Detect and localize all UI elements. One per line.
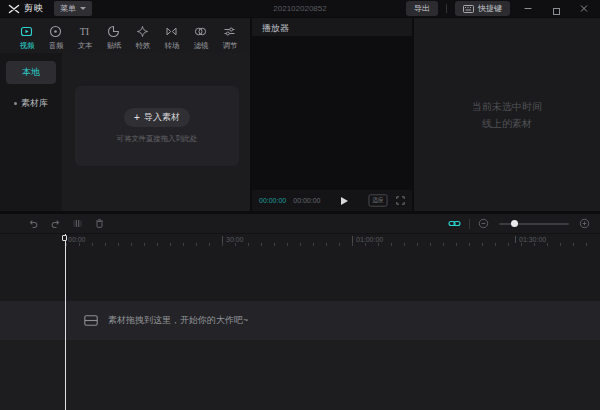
playhead[interactable] [65,234,66,410]
redo-button[interactable] [50,218,61,229]
media-sidebar: 本地 素材库 [0,53,62,211]
maximize-button[interactable] [546,3,566,15]
video-icon [20,25,33,38]
player-title: 播放器 [252,18,412,34]
link-toggle-button[interactable] [448,218,461,229]
shortcuts-button[interactable]: 快捷键 [455,1,510,16]
keyboard-icon [463,5,474,13]
zoom-out-icon [478,218,489,229]
minimize-icon [524,0,532,17]
tab-label: 滤镜 [193,40,208,50]
main-track-dropzone[interactable]: 素材拖拽到这里，开始你的大作吧~ [0,301,600,340]
undo-icon [28,218,39,229]
sidebar-item-local[interactable]: 本地 [6,61,56,84]
tab-audio[interactable]: 音频 [41,22,70,53]
export-button[interactable]: 导出 [406,1,438,16]
titlebar: 剪映 菜单 202102020852 导出 快捷键 [0,0,600,17]
ruler-ticks [66,243,596,246]
tab-filter[interactable]: 滤镜 [186,22,215,53]
ruler-label: 00:00 [68,236,86,243]
import-button-label: 导入素材 [144,111,180,124]
empty-message-line1: 当前未选中时间 [414,98,600,115]
player-panel: 播放器 00:00:00 00:00:00 适应 [252,18,412,211]
sidebar-item-library[interactable]: 素材库 [6,92,56,115]
media-panel: 视频 音频 TI 文本 贴纸 特效 [0,18,250,211]
chevron-down-icon [80,7,86,10]
track-hint-text: 素材拖拽到这里，开始你的大作吧~ [108,314,248,327]
tab-label: 调节 [222,40,237,50]
player-video-area [252,36,412,190]
audio-icon [49,25,62,38]
timeline-zoom-slider[interactable] [499,219,569,229]
app-logo: 剪映 [8,2,44,15]
empty-message-line2: 线上的素材 [414,115,600,132]
timeline-empty-area [0,248,600,301]
tab-label: 贴纸 [106,40,121,50]
delete-button[interactable] [94,218,105,229]
zoom-in-icon [579,218,590,229]
import-dropzone[interactable]: + 导入素材 可将文件直接拖入到此处 [75,86,239,166]
slider-thumb[interactable] [511,220,518,227]
timeline-toolbar [0,214,600,234]
tab-sticker[interactable]: 贴纸 [99,22,128,53]
transition-icon [165,25,178,38]
zoom-in-button[interactable] [579,218,590,229]
player-controls: 00:00:00 00:00:00 适应 [252,190,412,211]
filter-icon [194,25,207,38]
titlebar-separator [446,4,447,13]
sticker-icon [107,25,120,38]
delete-icon [94,218,105,229]
tab-transition[interactable]: 转场 [157,22,186,53]
timeline-ruler[interactable]: 00:00 30:00 01:00:00 01:30:00 [0,234,600,248]
ruler-label: 30:00 [222,236,244,243]
export-label: 导出 [414,3,430,14]
app-name: 剪映 [24,2,44,15]
adjust-icon [223,25,236,38]
split-icon [72,218,83,229]
sidebar-item-label: 素材库 [21,98,48,108]
tab-video[interactable]: 视频 [12,22,41,53]
effects-icon [136,25,149,38]
fit-ratio-button[interactable]: 适应 [369,194,388,206]
tab-label: 特效 [135,40,150,50]
sidebar-item-label: 本地 [22,67,40,77]
fullscreen-icon [396,196,405,205]
tab-effects[interactable]: 特效 [128,22,157,53]
svg-text:TI: TI [80,26,89,37]
minimize-button[interactable] [518,0,538,17]
media-tabbar: 视频 音频 TI 文本 贴纸 特效 [0,18,250,53]
redo-icon [50,218,61,229]
close-icon [580,0,588,17]
ruler-label: 01:30:00 [515,236,546,243]
tab-adjust[interactable]: 调节 [215,22,244,53]
timeline-lower-area [0,340,600,410]
menu-dropdown[interactable]: 菜单 [54,1,92,16]
bullet-icon [14,102,17,105]
slider-track [499,223,569,225]
toolbar-separator [469,219,470,229]
playhead-handle[interactable] [62,235,67,241]
tab-label: 视频 [19,40,34,50]
empty-selection-message: 当前未选中时间 线上的素材 [414,98,600,132]
timeline-panel: 00:00 30:00 01:00:00 01:30:00 素材拖拽到这里，开始… [0,214,600,410]
tab-label: 音频 [48,40,63,50]
text-icon: TI [78,25,91,38]
tab-text[interactable]: TI 文本 [70,22,99,53]
zoom-out-button[interactable] [478,218,489,229]
close-button[interactable] [574,0,594,17]
jianying-logo-icon [8,4,20,14]
tab-label: 文本 [77,40,92,50]
import-material-button[interactable]: + 导入素材 [124,108,190,127]
media-content-area: + 导入素材 可将文件直接拖入到此处 [62,53,250,211]
details-panel: 当前未选中时间 线上的素材 [414,18,600,211]
split-button[interactable] [72,218,83,229]
play-button[interactable] [341,197,348,205]
undo-button[interactable] [28,218,39,229]
plus-icon: + [134,113,140,123]
fullscreen-button[interactable] [396,196,405,205]
ruler-label: 01:00:00 [352,236,383,243]
menu-label: 菜单 [60,3,76,14]
total-time: 00:00:00 [293,197,320,204]
current-time: 00:00:00 [259,197,286,204]
import-hint-text: 可将文件直接拖入到此处 [117,133,198,143]
